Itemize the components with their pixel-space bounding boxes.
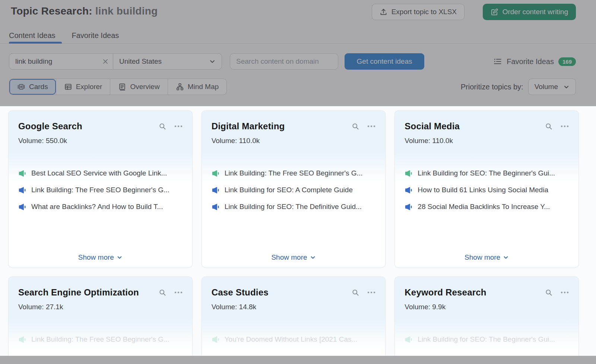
card-headlines: Link Building: The Free SEO Beginner's G… [9, 335, 192, 344]
show-more-button[interactable]: Show more [202, 253, 386, 262]
headline-item[interactable]: Link Building for SEO: The Definitive Gu… [212, 202, 377, 211]
headline-text: Link Building: The Free SEO Beginner's G… [31, 335, 169, 344]
clear-keyword-icon[interactable] [98, 58, 113, 65]
view-cards-button[interactable]: Cards [9, 79, 56, 95]
report-icon [118, 83, 126, 91]
card-title: Case Studies [212, 287, 269, 298]
show-more-label: Show more [465, 253, 500, 262]
region-select[interactable]: United States [113, 57, 222, 66]
chevron-down-icon [503, 254, 509, 260]
megaphone-icon [405, 186, 412, 194]
card-title: Social Media [405, 121, 460, 132]
card-title: Google Search [18, 121, 82, 132]
headline-item[interactable]: What are Backlinks? And How to Build T..… [18, 202, 184, 211]
topic-card: Google Search Volume: 550.0k Best Local … [8, 110, 193, 268]
card-search-icon[interactable] [159, 123, 166, 130]
card-search-icon[interactable] [545, 123, 552, 130]
card-header: Google Search Volume: 550.0k [9, 111, 192, 145]
page-title-query: link building [95, 5, 158, 17]
prioritize-select[interactable]: Volume [528, 79, 576, 95]
headline-text: 28 Social Media Backlinks To Increase Y.… [418, 203, 550, 211]
headline-item[interactable]: Link Building: The Free SEO Beginner's G… [212, 169, 377, 178]
view-mindmap-button[interactable]: Mind Map [168, 79, 226, 95]
card-menu-icon[interactable] [174, 123, 183, 130]
card-headlines: Best Local SEO Service with Google Link.… [9, 169, 192, 211]
headline-item[interactable]: How to Build 61 Links Using Social Media [405, 186, 570, 194]
export-xlsx-button[interactable]: Export topic to XLSX [372, 4, 465, 20]
card-search-icon[interactable] [352, 289, 359, 296]
show-more-button[interactable]: Show more [9, 253, 192, 262]
card-title: Search Engine Optimization [18, 287, 139, 298]
keyword-input[interactable] [9, 57, 98, 66]
megaphone-icon [212, 186, 219, 194]
megaphone-icon [405, 203, 412, 211]
chevron-down-icon [117, 254, 123, 260]
topic-card: Social Media Volume: 110.0k Link Buildin… [394, 110, 579, 268]
card-header: Social Media Volume: 110.0k [395, 111, 578, 145]
edit-icon [491, 8, 498, 16]
card-header: Keyword Research Volume: 9.9k [395, 277, 578, 311]
card-search-icon[interactable] [545, 289, 552, 296]
megaphone-icon [212, 336, 219, 344]
headline-item[interactable]: Link Building for SEO: The Beginner's Gu… [405, 169, 570, 178]
headline-item[interactable]: You're Doomed Without Links [2021 Cas... [212, 335, 377, 344]
card-title: Digital Marketing [212, 121, 285, 132]
card-menu-icon[interactable] [560, 123, 570, 130]
card-menu-icon[interactable] [367, 289, 376, 296]
upload-icon [380, 8, 387, 16]
card-header: Digital Marketing Volume: 110.0k [202, 111, 386, 145]
card-header: Case Studies Volume: 14.8k [202, 277, 386, 311]
order-content-writing-button[interactable]: Order content writing [483, 4, 576, 20]
headline-item[interactable]: Link Building for SEO: The Beginner's Gu… [405, 335, 570, 344]
megaphone-icon [405, 170, 412, 177]
favorite-ideas-link[interactable]: Favorite Ideas 169 [493, 53, 576, 70]
headline-text: Link Building for SEO: A Complete Guide [225, 186, 353, 194]
card-menu-icon[interactable] [560, 289, 570, 296]
favorite-ideas-label: Favorite Ideas [507, 57, 554, 66]
tabs-divider [0, 43, 596, 44]
chevron-down-icon [563, 84, 570, 90]
card-headlines: Link Building: The Free SEO Beginner's G… [202, 169, 386, 211]
headline-item[interactable]: 28 Social Media Backlinks To Increase Y.… [405, 202, 570, 211]
order-button-label: Order content writing [503, 8, 568, 16]
headline-text: Link Building for SEO: The Definitive Gu… [225, 203, 362, 211]
card-volume: Volume: 9.9k [405, 303, 570, 311]
table-icon [64, 83, 72, 91]
view-switcher: Cards Explorer Overview Mind Map [9, 79, 227, 95]
content-ideas-panel: Google Search Volume: 550.0k Best Local … [0, 106, 596, 356]
card-headlines: You're Doomed Without Links [2021 Cas... [202, 335, 386, 344]
headline-item[interactable]: Link Building: The Free SEO Beginner's G… [18, 186, 184, 194]
card-search-icon[interactable] [159, 289, 166, 296]
megaphone-icon [18, 203, 26, 211]
card-volume: Volume: 110.0k [405, 137, 570, 145]
headline-item[interactable]: Best Local SEO Service with Google Link.… [18, 169, 184, 178]
headline-text: Link Building: The Free SEO Beginner's G… [225, 169, 363, 177]
headline-text: What are Backlinks? And How to Build T..… [31, 203, 163, 211]
card-headlines: Link Building for SEO: The Beginner's Gu… [395, 335, 578, 344]
view-overview-button[interactable]: Overview [110, 79, 167, 95]
page-title: Topic Research:link building [11, 5, 158, 17]
dim-overlay-bottom [0, 356, 596, 364]
cards-icon [17, 83, 25, 91]
domain-search-input[interactable] [230, 53, 338, 70]
megaphone-icon [405, 336, 412, 344]
card-menu-icon[interactable] [367, 123, 376, 130]
tab-favorite-ideas[interactable]: Favorite Ideas [72, 31, 119, 44]
card-menu-icon[interactable] [174, 289, 183, 296]
get-content-ideas-button[interactable]: Get content ideas [345, 53, 424, 70]
favorites-count-badge: 169 [558, 57, 576, 66]
view-explorer-button[interactable]: Explorer [56, 79, 110, 95]
cards-grid: Google Search Volume: 550.0k Best Local … [8, 110, 579, 356]
show-more-label: Show more [78, 253, 114, 262]
card-search-icon[interactable] [352, 123, 359, 130]
headline-item[interactable]: Link Building for SEO: A Complete Guide [212, 186, 377, 194]
headline-text: Link Building for SEO: The Beginner's Gu… [418, 335, 555, 344]
headline-item[interactable]: Link Building: The Free SEO Beginner's G… [18, 335, 184, 344]
card-title: Keyword Research [405, 287, 486, 298]
prioritize-label: Prioritize topics by: [461, 83, 523, 91]
headline-text: How to Build 61 Links Using Social Media [418, 186, 548, 194]
view-overview-label: Overview [130, 83, 159, 91]
show-more-button[interactable]: Show more [395, 253, 578, 262]
card-headlines: Link Building for SEO: The Beginner's Gu… [395, 169, 578, 211]
chevron-down-icon [209, 58, 216, 65]
